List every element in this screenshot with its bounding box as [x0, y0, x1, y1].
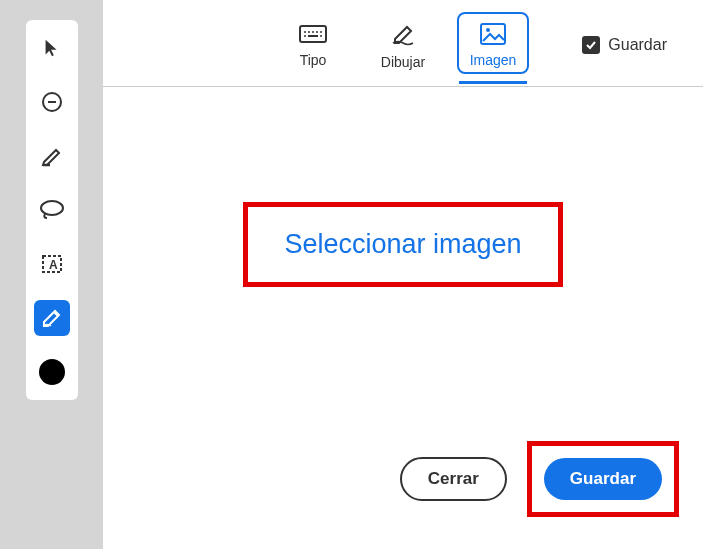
svg-point-12 [304, 35, 306, 37]
svg-point-9 [312, 31, 314, 33]
draw-icon [390, 22, 416, 48]
tab-draw[interactable]: Dibujar [367, 12, 439, 76]
svg-rect-13 [308, 35, 318, 37]
highlighter-icon [40, 144, 64, 168]
comment-icon [40, 90, 64, 114]
svg-point-14 [320, 35, 322, 37]
select-image-highlight: Seleccionar imagen [243, 202, 562, 287]
save-checkbox[interactable] [582, 36, 600, 54]
vertical-toolbar: A [26, 20, 78, 400]
pen-icon [40, 306, 64, 330]
keyboard-icon [298, 22, 328, 46]
svg-point-11 [320, 31, 322, 33]
tab-type[interactable]: Tipo [277, 12, 349, 74]
footer-buttons: Cerrar Guardar [103, 441, 703, 549]
svg-point-7 [304, 31, 306, 33]
svg-rect-15 [481, 24, 505, 44]
save-checkbox-group[interactable]: Guardar [582, 36, 667, 54]
text-box-icon: A [40, 252, 64, 276]
tab-draw-label: Dibujar [381, 54, 425, 70]
image-icon [479, 22, 507, 46]
text-box-tool[interactable]: A [34, 246, 70, 282]
cursor-icon [41, 37, 63, 59]
svg-text:A: A [49, 258, 58, 272]
tab-type-label: Tipo [300, 52, 327, 68]
lasso-icon [39, 200, 65, 220]
tab-image-label: Imagen [470, 52, 517, 68]
main-panel: Tipo Dibujar Imagen [103, 0, 703, 549]
pen-tool[interactable] [34, 300, 70, 336]
save-checkbox-label: Guardar [608, 36, 667, 54]
color-picker[interactable] [34, 354, 70, 390]
tab-image[interactable]: Imagen [457, 12, 529, 74]
save-button-highlight: Guardar [527, 441, 679, 517]
select-tool[interactable] [34, 30, 70, 66]
select-image-button[interactable]: Seleccionar imagen [284, 229, 521, 259]
svg-point-10 [316, 31, 318, 33]
left-sidebar: A [0, 0, 103, 549]
svg-point-16 [486, 28, 490, 32]
close-button[interactable]: Cerrar [400, 457, 507, 501]
lasso-tool[interactable] [34, 192, 70, 228]
svg-point-3 [41, 201, 63, 215]
content-area: Seleccionar imagen [103, 87, 703, 441]
save-button[interactable]: Guardar [544, 458, 662, 500]
checkmark-icon [584, 38, 598, 52]
highlight-tool[interactable] [34, 138, 70, 174]
comment-tool[interactable] [34, 84, 70, 120]
tabs-group: Tipo Dibujar Imagen [277, 12, 529, 76]
svg-rect-6 [300, 26, 326, 42]
color-swatch-black [39, 359, 65, 385]
tabs-row: Tipo Dibujar Imagen [103, 0, 703, 87]
svg-point-8 [308, 31, 310, 33]
